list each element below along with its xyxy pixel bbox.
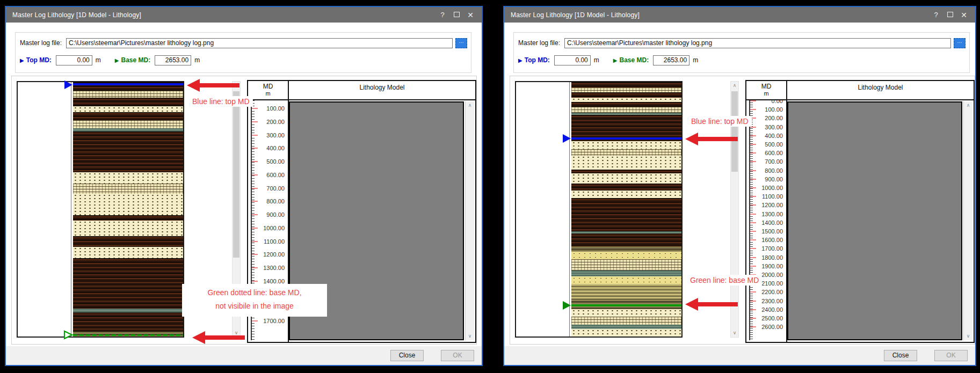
annotation-arrow-top <box>685 133 738 145</box>
lithology-model-body[interactable] <box>787 101 962 340</box>
browse-button[interactable]: ... <box>455 38 467 48</box>
lithology-band <box>571 252 681 259</box>
annotation-arrow-bottom <box>685 298 738 311</box>
md-value-label: 1200.00 <box>755 202 783 208</box>
lithology-band <box>571 191 681 198</box>
top-md-input[interactable] <box>554 55 591 65</box>
md-value-label: 700.00 <box>257 185 285 192</box>
scroll-up-icon[interactable]: ∧ <box>731 82 738 90</box>
annotation-base-md: Green line: base MD <box>687 275 762 286</box>
close-button[interactable]: Close <box>390 350 424 361</box>
dialog-window-left: Master Log Lithology [1D Model - Litholo… <box>5 6 483 366</box>
base-md-line[interactable] <box>571 304 681 306</box>
md-value-label: 2500.00 <box>755 315 783 321</box>
md-scale: 0.00100.00200.00300.00400.00500.00600.00… <box>746 100 786 342</box>
top-md-marker-triangle[interactable] <box>562 134 571 143</box>
md-value-label: 1300.00 <box>755 211 783 217</box>
annotation-top-md: Blue line: top MD <box>688 116 752 127</box>
help-icon[interactable]: ? <box>929 11 943 19</box>
lithology-band <box>571 173 681 184</box>
model-table: MD m 0.00100.00200.00300.00400.00500.006… <box>745 80 975 343</box>
lithology-preview-panel[interactable] <box>515 81 683 338</box>
model-vertical-scrollbar[interactable]: ∧ ∨ <box>963 101 972 340</box>
lithology-model-column: Lithology Model ∧ ∨ <box>787 81 974 342</box>
dialog-window-right: Master Log Lithology [1D Model - Litholo… <box>503 6 976 366</box>
lithology-band <box>73 221 183 236</box>
md-value-label: 2400.00 <box>755 306 783 313</box>
ok-button[interactable]: OK <box>441 350 474 361</box>
top-md-line[interactable] <box>571 137 681 140</box>
scroll-up-icon[interactable]: ∧ <box>466 101 474 109</box>
lithology-band <box>571 329 681 337</box>
md-value-label: 300.00 <box>257 132 285 138</box>
md-value-label: 1400.00 <box>755 220 783 226</box>
md-value-label: 1400.00 <box>257 278 285 284</box>
md-value-label: 1700.00 <box>257 318 285 324</box>
base-md-input[interactable] <box>155 55 191 65</box>
annotation-arrow-top <box>187 79 239 92</box>
md-value-label: 2600.00 <box>755 324 783 330</box>
top-md-line[interactable] <box>73 83 183 85</box>
scrollbar-thumb[interactable] <box>731 91 738 172</box>
close-icon[interactable]: ✕ <box>957 11 971 19</box>
dialog-client: Master log file: ... ▶ Top MD: m ▶ Base … <box>504 23 975 365</box>
base-md-input[interactable] <box>653 55 689 65</box>
lithology-preview-panel[interactable] <box>17 81 184 338</box>
help-icon[interactable]: ? <box>435 11 449 19</box>
base-md-marker-triangle[interactable] <box>562 301 571 310</box>
lithology-band <box>73 312 183 332</box>
scroll-down-icon[interactable]: ∨ <box>466 332 474 340</box>
base-md-label: Base MD: <box>121 56 151 64</box>
file-path-input[interactable] <box>66 38 453 48</box>
close-button[interactable]: Close <box>884 350 917 361</box>
titlebar[interactable]: Master Log Lithology [1D Model - Litholo… <box>504 7 975 23</box>
lithology-band <box>571 276 681 284</box>
lithology-band <box>73 98 183 106</box>
md-value-label: 1500.00 <box>755 228 783 235</box>
file-path-input[interactable] <box>564 38 951 48</box>
base-md-label: Base MD: <box>620 56 649 64</box>
top-md-input[interactable] <box>56 55 92 65</box>
button-row: Close OK <box>6 346 482 365</box>
top-md-marker-triangle[interactable] <box>63 80 73 90</box>
scroll-down-icon[interactable]: ∨ <box>964 332 972 340</box>
md-value-label: 100.00 <box>755 106 783 113</box>
md-value-label: 200.00 <box>755 115 783 121</box>
md-value-label: 600.00 <box>755 150 783 156</box>
base-md-marker-triangle[interactable] <box>63 330 73 340</box>
ok-button[interactable]: OK <box>934 350 968 361</box>
window-title: Master Log Lithology [1D Model - Litholo… <box>6 11 435 19</box>
md-value-label: 600.00 <box>257 172 285 178</box>
md-value-label: 900.00 <box>755 176 783 182</box>
lithology-band <box>571 87 681 92</box>
scroll-down-icon[interactable]: ∨ <box>731 329 738 337</box>
lithology-band <box>73 236 183 247</box>
md-value-label: 1900.00 <box>755 263 783 269</box>
lithology-band <box>571 284 681 299</box>
browse-button[interactable]: ... <box>954 38 966 48</box>
base-md-line-dashed[interactable] <box>73 334 183 336</box>
md-column: MD m 0.00100.00200.00300.00400.00500.006… <box>746 81 787 342</box>
maximize-icon[interactable] <box>943 11 957 19</box>
md-value-label: 1100.00 <box>257 238 285 245</box>
lithology-band <box>73 258 183 309</box>
lithology-model-header: Lithology Model <box>787 81 974 100</box>
scroll-up-icon[interactable]: ∧ <box>964 101 972 109</box>
log-workspace: ∧ ∨ MD m 0.00100.00200.00300.00400.00500… <box>510 76 975 345</box>
md-value-label: 1800.00 <box>755 254 783 261</box>
maximize-icon[interactable] <box>449 11 463 19</box>
desktop-background: Master Log Lithology [1D Model - Litholo… <box>0 0 980 373</box>
scrollbar-thumb[interactable] <box>233 91 239 258</box>
log-workspace: ∧ ∨ MD m 100.00200.00300.00400.00500.006… <box>11 76 477 345</box>
close-icon[interactable]: ✕ <box>463 11 477 19</box>
model-vertical-scrollbar[interactable]: ∧ ∨ <box>465 101 474 340</box>
lithology-band <box>73 184 183 194</box>
lithology-band <box>73 112 183 120</box>
lithology-band <box>571 270 681 276</box>
md-value-label: 800.00 <box>755 167 783 174</box>
lithology-band <box>73 172 183 184</box>
top-md-unit: m <box>594 56 599 64</box>
titlebar[interactable]: Master Log Lithology [1D Model - Litholo… <box>6 7 482 23</box>
lithology-model-header: Lithology Model <box>289 81 475 100</box>
lithology-band <box>571 102 681 107</box>
